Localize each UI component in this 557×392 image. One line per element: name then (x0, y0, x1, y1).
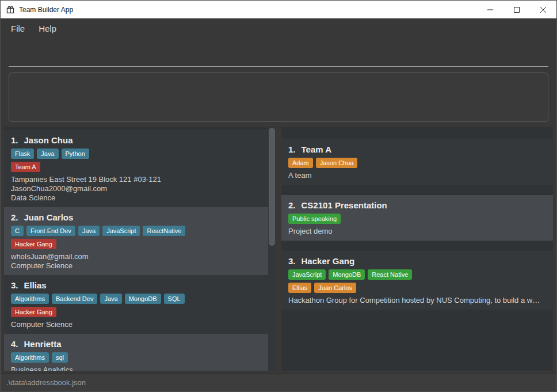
menu-file[interactable]: File (4, 20, 32, 37)
team-member-tag: Ellias (288, 283, 311, 293)
person-team-tags: Hacker Gang (11, 307, 261, 317)
skill-tag: sql (52, 352, 68, 363)
command-input[interactable] (9, 49, 548, 67)
skill-tag: Front End Dev (26, 226, 75, 236)
team-list: 1. Team A AdamJason Chua A team 2. CS210… (281, 127, 553, 310)
skill-tag: SQL (164, 294, 185, 304)
skill-tag: ReactNative (143, 226, 185, 236)
person-details: Tampanies East Street 19 Block 121 #03-1… (11, 175, 261, 203)
team-member-tag: Juan Carlos (314, 283, 356, 293)
team-card[interactable]: 3. Hacker Gang JavaScriptMongoDBReact Na… (281, 251, 553, 310)
person-index: 3. (11, 280, 18, 291)
person-card[interactable]: 3. Ellias AlgorithmsBackend DevJavaMongo… (4, 275, 268, 334)
team-tag: Team A (11, 162, 40, 172)
team-card-title: 2. CS2101 Presentation (288, 200, 546, 211)
skill-tag: Java (78, 226, 100, 236)
team-index: 1. (288, 144, 296, 155)
person-detail: Data Science (11, 193, 261, 203)
saved-file-path: .\data\addressbook.json (6, 378, 86, 387)
team-description: Hackathon Group for Competition hosted b… (288, 296, 546, 305)
person-card-title: 3. Ellias (11, 280, 261, 291)
person-team-tags: Hacker Gang (11, 239, 261, 249)
person-skill-tags: CFront End DevJavaJavaScriptReactNative (11, 226, 261, 236)
person-card-title: 2. Juan Carlos (11, 212, 261, 223)
person-name: Ellias (24, 280, 47, 291)
skill-tag: Python (62, 149, 89, 159)
person-details: Computer Science (11, 320, 261, 329)
person-index: 4. (11, 338, 18, 350)
team-skill-tags: Public speaking (288, 214, 546, 224)
person-detail: whoIsJuan@gmail.com (11, 252, 261, 261)
person-card-title: 1. Jason Chua (11, 135, 261, 146)
person-detail: Computer Science (11, 320, 261, 329)
team-index: 3. (288, 256, 296, 267)
team-index: 2. (288, 200, 296, 211)
person-list-panel: 1. Jason Chua FlaskJavaPython Team A Tam… (4, 127, 276, 371)
team-description: Project demo (288, 227, 546, 236)
minimize-button[interactable] (477, 1, 503, 18)
maximize-icon (514, 7, 520, 13)
team-member-tag: Jason Chua (316, 158, 358, 168)
team-name: Team A (302, 144, 332, 155)
person-index: 2. (11, 212, 18, 223)
team-card-title: 1. Team A (288, 144, 546, 155)
skill-tag: JavaScript (102, 226, 140, 236)
window-title: Team Builder App (19, 6, 73, 14)
person-name: Henrietta (24, 338, 62, 350)
main-content: 1. Jason Chua FlaskJavaPython Team A Tam… (1, 122, 556, 373)
title-bar[interactable]: Team Builder App (1, 1, 556, 19)
person-details: Business Analytics (11, 366, 261, 371)
person-name: Jason Chua (24, 135, 73, 146)
skill-tag: Algorithms (11, 294, 49, 304)
skill-tag: MongoDB (125, 294, 161, 304)
person-card[interactable]: 4. Henrietta Algorithmssql Business Anal… (4, 334, 268, 371)
skill-tag: Java (100, 294, 121, 304)
team-card-title: 3. Hacker Gang (288, 256, 546, 267)
menu-help[interactable]: Help (32, 20, 63, 37)
person-skill-tags: FlaskJavaPython (11, 149, 261, 159)
team-tag: Hacker Gang (11, 239, 56, 249)
person-index: 1. (11, 135, 18, 146)
minimize-icon (487, 7, 493, 13)
team-name: CS2101 Presentation (302, 200, 387, 211)
person-detail: Tampanies East Street 19 Block 121 #03-1… (11, 175, 261, 184)
team-skill-tag: Public speaking (288, 214, 341, 224)
app-window: Team Builder App File Help (0, 0, 557, 392)
person-detail: Computer Science (11, 261, 261, 271)
window-controls (477, 1, 556, 18)
scrollbar-thumb[interactable] (269, 128, 275, 246)
team-name: Hacker Gang (302, 256, 355, 267)
team-card[interactable]: 2. CS2101 Presentation Public speaking P… (281, 195, 553, 241)
person-list-scrollbar[interactable] (268, 127, 276, 371)
skill-tag: Backend Dev (52, 294, 97, 304)
result-display (9, 73, 548, 122)
menu-bar: File Help (1, 19, 556, 38)
person-name: Juan Carlos (24, 212, 74, 223)
status-bar: .\data\addressbook.json (1, 373, 556, 391)
person-detail: JasonChua2000@gmail.com (11, 184, 261, 193)
team-tag: Hacker Gang (11, 307, 56, 317)
person-card[interactable]: 2. Juan Carlos CFront End DevJavaJavaScr… (4, 207, 268, 275)
team-card[interactable]: 1. Team A AdamJason Chua A team (281, 139, 553, 185)
person-team-tags: Team A (11, 162, 261, 172)
skill-tag: Flask (11, 149, 34, 159)
person-list: 1. Jason Chua FlaskJavaPython Team A Tam… (4, 127, 268, 371)
close-button[interactable] (530, 1, 556, 18)
maximize-button[interactable] (503, 1, 530, 18)
command-box (9, 38, 548, 67)
person-detail: Business Analytics (11, 366, 261, 371)
close-icon (540, 7, 546, 13)
team-skill-tag: React Native (368, 269, 412, 280)
app-icon (6, 6, 14, 14)
team-description: A team (288, 171, 546, 180)
person-card-title: 4. Henrietta (11, 338, 261, 350)
person-skill-tags: Algorithmssql (11, 352, 261, 363)
team-skill-tags: JavaScriptMongoDBReact Native (288, 269, 546, 280)
team-skill-tag: JavaScript (288, 269, 326, 280)
skill-tag: C (11, 226, 24, 236)
skill-tag: Java (37, 149, 58, 159)
person-card[interactable]: 1. Jason Chua FlaskJavaPython Team A Tam… (4, 130, 268, 207)
team-member-tags: ElliasJuan Carlos (288, 283, 546, 293)
person-skill-tags: AlgorithmsBackend DevJavaMongoDBSQL (11, 294, 261, 304)
team-member-tag: Adam (288, 158, 313, 168)
